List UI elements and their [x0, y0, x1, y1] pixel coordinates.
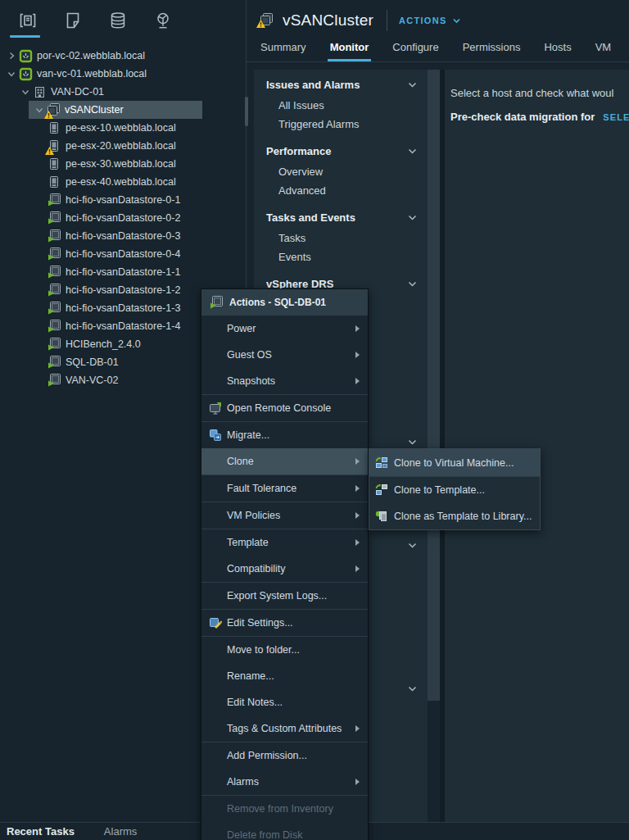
menu-item-add-permission[interactable]: Add Permission...	[201, 742, 368, 769]
vm-icon	[47, 211, 61, 225]
menu-item-guest-os[interactable]: Guest OS	[201, 342, 368, 368]
vm-actions-context-menu: Actions - SQL-DB-01 PowerGuest OSSnapsho…	[201, 288, 369, 840]
actions-menu-button[interactable]: ACTIONS	[399, 16, 461, 25]
nav-header-label: Tasks and Events	[266, 211, 355, 224]
context-menu-header: Actions - SQL-DB-01	[201, 289, 368, 316]
tab-monitor[interactable]: Monitor	[330, 39, 369, 61]
tree-item-pe-esx-40-webblab-local[interactable]: pe-esx-40.webblab.local	[0, 173, 246, 191]
menu-item-snapshots[interactable]: Snapshots	[201, 368, 368, 394]
panel-resize-handle[interactable]	[245, 97, 248, 126]
tree-item-pe-esx-10-webblab-local[interactable]: pe-esx-10.webblab.local	[0, 119, 246, 137]
menu-item-rename[interactable]: Rename...	[201, 663, 368, 689]
nav-section-tasks-and-events: Tasks and EventsTasksEvents	[254, 206, 428, 266]
nav-header-tasks-and-events[interactable]: Tasks and Events	[254, 206, 428, 229]
vm-icon	[210, 296, 223, 309]
menu-item-edit-settings[interactable]: Edit Settings...	[201, 610, 368, 636]
inventory-view-storage[interactable]	[95, 0, 140, 41]
precheck-label: Pre-check data migration for	[450, 111, 595, 123]
tab-summary[interactable]: Summary	[260, 39, 306, 61]
menu-item-label: Power	[227, 323, 256, 334]
menu-item-move-to-folder[interactable]: Move to folder...	[201, 637, 368, 663]
nav-item-overview[interactable]: Overview	[254, 162, 428, 181]
nav-scrollbar[interactable]	[428, 70, 440, 701]
menu-item-export-system-logs[interactable]: Export System Logs...	[201, 583, 368, 609]
tree-item-label: hci-fio-vsanDatastore-0-3	[66, 230, 180, 242]
menu-item-tags-custom-attributes[interactable]: Tags & Custom Attributes	[201, 715, 368, 742]
tree-item-van-vc-01-webblab-local[interactable]: van-vc-01.webblab.local	[0, 65, 246, 83]
tree-item-label: hci-fio-vsanDatastore-0-1	[66, 194, 180, 206]
inventory-view-vms-and-templates[interactable]	[50, 0, 95, 41]
menu-item-clone[interactable]: Clone	[201, 448, 368, 474]
menu-item-label: Migrate...	[227, 429, 269, 441]
chevron-down-icon[interactable]	[407, 540, 418, 551]
bottom-tab-alarms[interactable]: Alarms	[104, 825, 137, 838]
submenu-item-label: Clone to Template...	[394, 484, 485, 496]
host-icon	[47, 157, 61, 171]
chevron-down-icon[interactable]	[5, 67, 18, 80]
submenu-arrow-icon	[355, 378, 360, 384]
submenu-item-clone-to-template[interactable]: Clone to Template...	[369, 477, 540, 503]
tree-item-por-vc-02-webblab-local[interactable]: por-vc-02.webblab.local	[0, 47, 246, 65]
tab-vm[interactable]: VM	[595, 39, 612, 61]
inventory-view-hosts-and-clusters[interactable]	[5, 0, 50, 41]
nav-item-events[interactable]: Events	[254, 247, 428, 266]
tree-item-vsancluster[interactable]: vSANCluster	[0, 101, 246, 119]
tab-configure[interactable]: Configure	[392, 39, 438, 61]
tree-item-hci-fio-vsandatastore-0-1[interactable]: hci-fio-vsanDatastore-0-1	[0, 191, 246, 209]
menu-item-open-remote-console[interactable]: Open Remote Console	[201, 395, 368, 421]
tree-item-pe-esx-30-webblab-local[interactable]: pe-esx-30.webblab.local	[0, 155, 246, 173]
host-icon	[47, 138, 61, 153]
chevron-right-icon[interactable]	[5, 49, 18, 62]
tree-item-label: hci-fio-vsanDatastore-0-4	[66, 248, 180, 260]
bottom-tab-recent-tasks[interactable]: Recent Tasks	[7, 825, 75, 838]
chevron-down-icon[interactable]	[19, 85, 32, 98]
menu-item-delete-from-disk: Delete from Disk	[201, 822, 368, 840]
host-icon	[47, 175, 61, 189]
chevron-down-icon	[452, 16, 461, 25]
nav-item-advanced[interactable]: Advanced	[254, 181, 428, 200]
select-host-link[interactable]: SELEC	[603, 112, 629, 122]
chevron-down-icon[interactable]	[407, 437, 418, 447]
submenu-arrow-icon	[355, 725, 360, 732]
tree-item-pe-esx-20-webblab-local[interactable]: pe-esx-20.webblab.local	[0, 137, 246, 155]
submenu-arrow-icon	[355, 325, 360, 332]
nav-item-tasks[interactable]: Tasks	[254, 229, 428, 247]
menu-item-label: Edit Settings...	[227, 617, 293, 629]
menu-item-alarms[interactable]: Alarms	[201, 769, 368, 795]
submenu-arrow-icon	[355, 539, 360, 546]
nav-item-all-issues[interactable]: All Issues	[254, 96, 428, 115]
nav-item-triggered-alarms[interactable]: Triggered Alarms	[254, 115, 428, 134]
clone-library-icon	[375, 510, 388, 523]
inventory-view-networking[interactable]	[140, 0, 185, 41]
vm-icon	[47, 319, 61, 334]
menu-item-vm-policies[interactable]: VM Policies	[201, 502, 368, 529]
menu-item-edit-notes[interactable]: Edit Notes...	[201, 689, 368, 715]
nav-header-performance[interactable]: Performance	[254, 139, 428, 162]
menu-item-migrate[interactable]: Migrate...	[201, 422, 368, 448]
menu-item-label: Template	[227, 537, 269, 548]
tree-item-hci-fio-vsandatastore-0-4[interactable]: hci-fio-vsanDatastore-0-4	[0, 245, 246, 263]
submenu-arrow-icon	[355, 352, 360, 358]
submenu-item-clone-to-virtual-machine[interactable]: Clone to Virtual Machine...	[369, 449, 540, 476]
menu-item-template[interactable]: Template	[201, 529, 368, 556]
submenu-arrow-icon	[355, 458, 360, 465]
menu-item-fault-tolerance[interactable]: Fault Tolerance	[201, 475, 368, 502]
tree-item-hci-fio-vsandatastore-1-1[interactable]: hci-fio-vsanDatastore-1-1	[0, 263, 246, 281]
tree-item-label: HCIBench_2.4.0	[66, 338, 141, 350]
tab-hosts[interactable]: Hosts	[544, 39, 571, 61]
submenu-item-clone-as-template-to-library[interactable]: Clone as Template to Library...	[369, 503, 540, 529]
nav-header-issues-and-alarms[interactable]: Issues and Alarms	[254, 73, 428, 96]
menu-item-label: Move to folder...	[227, 644, 300, 656]
page-title: vSANCluster	[283, 11, 373, 30]
menu-item-compatibility[interactable]: Compatibility	[201, 556, 368, 582]
tree-item-label: hci-fio-vsanDatastore-1-2	[66, 284, 180, 296]
tab-permissions[interactable]: Permissions	[463, 39, 521, 61]
menu-item-power[interactable]: Power	[201, 316, 368, 342]
nav-header-label: Performance	[266, 145, 331, 157]
menu-item-label: Open Remote Console	[227, 402, 331, 414]
tree-item-van-dc-01[interactable]: VAN-DC-01	[0, 83, 246, 101]
chevron-down-icon[interactable]	[407, 683, 418, 694]
submenu-arrow-icon	[355, 779, 360, 785]
tree-item-hci-fio-vsandatastore-0-2[interactable]: hci-fio-vsanDatastore-0-2	[0, 209, 246, 227]
tree-item-hci-fio-vsandatastore-0-3[interactable]: hci-fio-vsanDatastore-0-3	[0, 227, 246, 245]
